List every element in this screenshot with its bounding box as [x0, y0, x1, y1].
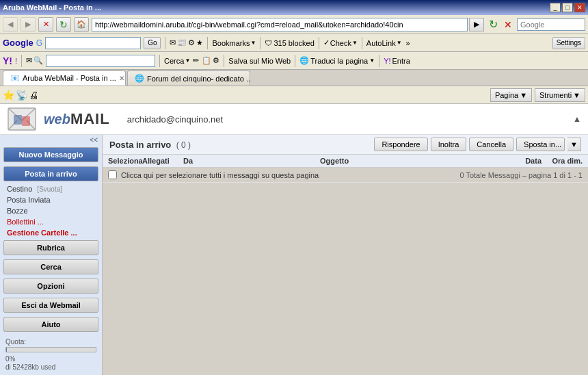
strumenti-label: Strumenti — [539, 91, 572, 99]
tabs-bar: 📧 Aruba WebMail - Posta in ... ✕ 🌐 Forum… — [0, 70, 588, 86]
home-button[interactable]: 🏠 — [74, 17, 89, 32]
favorites-icon[interactable]: ⭐ — [3, 90, 14, 101]
select-all-checkbox[interactable] — [108, 170, 117, 179]
traduci-dropdown[interactable]: 🌐 Traduci la pagina ▼ — [299, 56, 375, 65]
sep5 — [362, 37, 362, 49]
maximize-button[interactable]: □ — [562, 3, 573, 12]
col-header-data[interactable]: Data — [494, 157, 542, 165]
total-messages: 0 Totale Messaggi – pagina 1 di 1 - 1 — [459, 171, 583, 179]
page-nav-icons: ⭐ 📡 🖨 — [3, 90, 38, 101]
select-all-label[interactable]: Clicca qui per selezionare tutti i messa… — [121, 171, 319, 179]
nav-toolbar: ◀ ▶ ✕ ↻ 🏠 ▶ ↻ ✕ — [0, 15, 588, 34]
tab-forum[interactable]: 🌐 Forum del cinquino- dedicato ... ✕ — [127, 70, 250, 86]
settings-icon[interactable]: ⚙ — [188, 38, 195, 47]
header-minimize[interactable]: ▲ — [573, 114, 581, 124]
sidebar-toggle-btn[interactable]: << — [0, 135, 102, 145]
yahoo-sep4 — [295, 55, 295, 67]
logo-web: web — [44, 112, 70, 127]
posta-inviata-link[interactable]: Posta Inviata — [0, 194, 102, 205]
opzioni-button[interactable]: Opzioni — [3, 279, 98, 294]
yahoo-mail-icon[interactable]: ✉ — [26, 56, 32, 65]
feeds-icon[interactable]: 📡 — [16, 90, 27, 101]
nuovo-messaggio-button[interactable]: Nuovo Messaggio — [3, 147, 98, 162]
yahoo-toolbar: Y! ! ✉ 🔍 Cerca ▼ ✏ 📋 ⚙ Salva sul Mio Web… — [0, 52, 588, 70]
refresh-nav-icon[interactable]: ↻ — [487, 18, 499, 31]
quota-fill — [6, 348, 7, 352]
bookmarks-arrow: ▼ — [251, 40, 256, 46]
yahoo-icon3[interactable]: 📋 — [202, 56, 211, 65]
col-header-ora[interactable]: Ora dim. — [542, 157, 583, 165]
google-search-input[interactable] — [45, 37, 141, 49]
address-input[interactable] — [92, 18, 468, 31]
cerca-button[interactable]: Cerca — [3, 259, 98, 274]
esci-button[interactable]: Esci da Webmail — [3, 298, 98, 313]
shield-icon: 🛡 — [265, 39, 272, 47]
yahoo-search-input[interactable] — [46, 55, 155, 67]
title-bar-buttons: _ □ ✕ — [550, 3, 585, 12]
rubrica-button[interactable]: Rubrica — [3, 240, 98, 255]
back-button[interactable]: ◀ — [3, 17, 18, 32]
stop-nav-icon[interactable]: ✕ — [502, 18, 514, 31]
more-icon[interactable]: » — [406, 39, 410, 47]
print-icon[interactable]: 🖨 — [29, 90, 38, 101]
star-icon[interactable]: ★ — [196, 38, 203, 47]
col-header-oggetto[interactable]: Oggetto — [320, 157, 494, 165]
bookmarks-dropdown[interactable]: Bookmarks ▼ — [212, 39, 256, 47]
tab-webmail[interactable]: 📧 Aruba WebMail - Posta in ... ✕ — [3, 70, 126, 86]
yahoo-entra-icon: Y! — [384, 57, 390, 65]
autolink-dropdown[interactable]: AutoLink ▼ — [366, 39, 402, 47]
google-icon-group: ✉ 📰 ⚙ ★ — [170, 38, 203, 47]
entra-label: Entra — [392, 57, 410, 65]
cancella-button[interactable]: Cancella — [469, 138, 513, 151]
pagina-button[interactable]: Pagina ▼ — [490, 88, 532, 102]
sidebar: << Nuovo Messaggio Posta in arrivo Cesti… — [0, 135, 103, 375]
go-button[interactable]: ▶ — [469, 18, 484, 31]
minimize-icon[interactable]: ▲ — [573, 114, 581, 124]
aiuto-button[interactable]: Aiuto — [3, 317, 98, 332]
check-dropdown[interactable]: ✓ Check ▼ — [323, 38, 358, 47]
close-button[interactable]: ✕ — [574, 3, 585, 12]
autolink-label: AutoLink — [366, 39, 396, 47]
refresh-button[interactable]: ↻ — [56, 17, 71, 32]
strumenti-button[interactable]: Strumenti ▼ — [535, 88, 585, 102]
tab-webmail-close[interactable]: ✕ — [119, 75, 124, 82]
webmail-header: web MAIL archidado@cinquino.net ▲ — [0, 104, 588, 135]
svg-rect-4 — [22, 116, 30, 126]
rispondi-button[interactable]: Rispondere — [374, 138, 427, 151]
sposta-button[interactable]: Sposta in... — [516, 138, 565, 151]
posta-arrivo-button[interactable]: Posta in arrivo — [3, 166, 98, 181]
salva-label: Salva sul Mio Web — [228, 57, 291, 65]
news-icon[interactable]: 📰 — [177, 38, 187, 47]
salva-item[interactable]: Salva sul Mio Web — [228, 57, 291, 65]
bozze-link[interactable]: Bozze — [0, 205, 102, 216]
google-icon: G — [36, 38, 42, 48]
yahoo-sep5 — [379, 55, 379, 67]
blocked-item: 🛡 315 blocked — [265, 39, 314, 47]
bollettini-link[interactable]: Bollettini ... — [0, 216, 102, 227]
sposta-dropdown-arrow[interactable]: ▼ — [567, 138, 581, 151]
cerca-dropdown[interactable]: Cerca ▼ — [164, 57, 190, 65]
cestino-link[interactable]: Cestino [Svuota] — [0, 183, 102, 194]
title-bar: Aruba WebMail - Posta in ... _ □ ✕ — [0, 0, 588, 15]
inoltra-button[interactable]: Inoltra — [431, 138, 467, 151]
cestino-badge[interactable]: [Svuota] — [37, 185, 62, 193]
mail-main: Posta in arrivo ( 0 ) Rispondere Inoltra… — [103, 135, 588, 375]
yahoo-icon4[interactable]: ⚙ — [213, 56, 219, 65]
stop-button[interactable]: ✕ — [38, 17, 53, 32]
minimize-button[interactable]: _ — [550, 3, 561, 12]
yahoo-icon-group: ✉ 🔍 — [26, 56, 43, 65]
mail-table-header: Seleziona Allegati Da Oggetto Data Ora d… — [103, 155, 588, 168]
col-header-da[interactable]: Da — [183, 157, 320, 165]
google-go-button[interactable]: Go — [144, 37, 161, 49]
entra-item[interactable]: Y! Entra — [384, 57, 410, 65]
yahoo-sep2 — [159, 55, 160, 67]
settings-button[interactable]: Settings — [552, 37, 585, 49]
yahoo-search-icon[interactable]: 🔍 — [34, 56, 43, 65]
gestione-cartelle-link[interactable]: Gestione Cartelle ... — [0, 227, 102, 238]
mail-icon[interactable]: ✉ — [170, 38, 176, 47]
quota-section: Quota: 0% di 52428kb used — [0, 334, 102, 375]
google-toolbar: Google G Go ✉ 📰 ⚙ ★ Bookmarks ▼ 🛡 315 bl… — [0, 34, 588, 52]
quick-search-input[interactable] — [517, 18, 585, 31]
forward-button[interactable]: ▶ — [21, 17, 36, 32]
yahoo-sep3 — [224, 55, 224, 67]
